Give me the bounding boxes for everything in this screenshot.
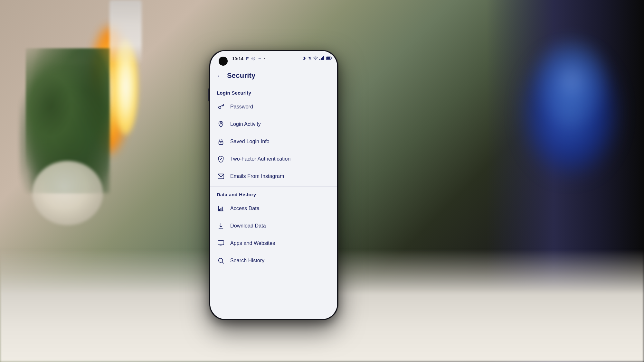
meta-icon: ⋯: [258, 57, 261, 61]
back-button[interactable]: ←: [217, 72, 223, 79]
svg-rect-7: [327, 57, 330, 60]
messenger-icon: ⓜ: [251, 56, 255, 61]
back-arrow-icon: ←: [217, 72, 223, 79]
menu-item-access-data[interactable]: Access Data: [210, 200, 337, 217]
svg-point-12: [220, 123, 222, 124]
menu-list: Login Security Password: [210, 84, 337, 272]
menu-item-search-history[interactable]: Search History: [210, 252, 337, 269]
menu-item-saved-login[interactable]: Saved Login Info: [210, 133, 337, 150]
svg-rect-19: [221, 208, 222, 211]
login-activity-label: Login Activity: [230, 121, 261, 127]
svg-rect-22: [218, 241, 224, 245]
phone-screen: 10:14 𝗙 ⓜ ⋯ •: [210, 51, 337, 319]
svg-line-10: [223, 105, 223, 106]
svg-line-26: [222, 262, 223, 263]
status-bar: 10:14 𝗙 ⓜ ⋯ •: [210, 51, 337, 66]
svg-point-8: [219, 106, 221, 108]
screen-content: ← Security Login Security: [210, 66, 337, 319]
svg-line-11: [223, 106, 223, 106]
svg-point-14: [221, 143, 221, 143]
fb-icon: 𝗙: [246, 56, 249, 61]
search-history-label: Search History: [230, 258, 264, 264]
menu-item-download-data[interactable]: Download Data: [210, 217, 337, 235]
mute-icon: [308, 56, 312, 61]
volume-button: [208, 88, 209, 101]
page-title: Security: [227, 71, 255, 80]
lock-icon: [217, 137, 225, 146]
svg-rect-2: [319, 59, 320, 60]
svg-point-1: [315, 60, 316, 60]
bg-blue-glow2: [531, 32, 612, 129]
page-header: ← Security: [210, 66, 337, 84]
key-icon: [217, 103, 225, 111]
saved-login-label: Saved Login Info: [230, 139, 270, 144]
svg-rect-4: [322, 57, 323, 60]
svg-rect-3: [321, 58, 322, 60]
status-dot: •: [264, 57, 265, 60]
menu-item-two-factor[interactable]: Two-Factor Authentication: [210, 150, 337, 168]
menu-item-login-activity[interactable]: Login Activity: [210, 116, 337, 133]
svg-rect-5: [323, 56, 324, 60]
emails-label: Emails From Instagram: [230, 173, 284, 179]
two-factor-label: Two-Factor Authentication: [230, 156, 290, 162]
section-data-history: Data and History: [210, 188, 337, 200]
phone: 10:14 𝗙 ⓜ ⋯ •: [209, 50, 338, 320]
bg-lamp-stand: [109, 0, 142, 64]
bluetooth-icon: [302, 56, 306, 61]
signal-icon: [319, 56, 325, 61]
wifi-icon: [313, 56, 318, 61]
apps-websites-label: Apps and Websites: [230, 240, 275, 246]
battery-icon: [326, 56, 332, 61]
location-icon: [217, 120, 225, 128]
menu-item-password[interactable]: Password: [210, 98, 337, 116]
access-data-label: Access Data: [230, 206, 260, 211]
status-time: 10:14: [232, 56, 243, 61]
camera-cutout: [219, 57, 228, 66]
search-icon: [217, 256, 225, 265]
svg-rect-18: [219, 209, 220, 211]
phone-body: 10:14 𝗙 ⓜ ⋯ •: [209, 50, 338, 320]
monitor-icon: [217, 239, 225, 247]
menu-item-emails[interactable]: Emails From Instagram: [210, 168, 337, 185]
mail-icon: [217, 172, 225, 181]
bg-vase: [32, 161, 103, 225]
section-login-security: Login Security: [210, 86, 337, 98]
svg-rect-20: [222, 207, 223, 211]
download-data-label: Download Data: [230, 223, 266, 229]
section-divider: [210, 186, 337, 187]
password-label: Password: [230, 104, 253, 110]
download-icon: [217, 222, 225, 230]
menu-item-apps-websites[interactable]: Apps and Websites: [210, 235, 337, 252]
chart-icon: [217, 204, 225, 213]
shield-icon: [217, 155, 225, 163]
